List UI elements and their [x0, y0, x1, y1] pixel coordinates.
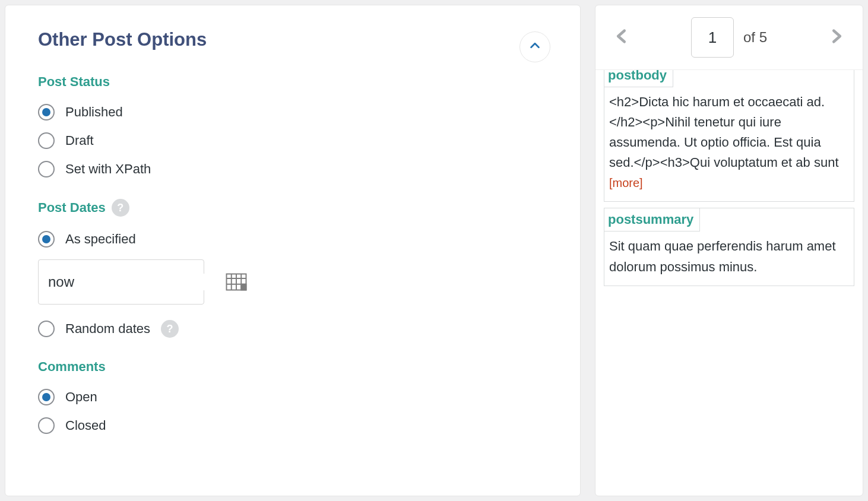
radio-label: Random dates [65, 321, 150, 337]
pager-center: of 5 [691, 17, 767, 58]
help-icon[interactable]: ? [112, 199, 129, 217]
preview-field-postsummary: postsummary Sit quam quae perferendis ha… [604, 208, 854, 286]
radio-label: Closed [65, 418, 106, 433]
comments-closed-radio[interactable]: Closed [38, 417, 547, 434]
pager-prev-button[interactable] [610, 26, 633, 49]
radio-label: Draft [65, 133, 94, 148]
field-text: Sit quam quae perferendis harum amet dol… [609, 239, 836, 274]
post-date-input-wrap [38, 259, 204, 305]
page-total-label: of 5 [743, 29, 767, 46]
post-status-published-radio[interactable]: Published [38, 104, 547, 121]
post-dates-random-radio[interactable]: Random dates ? [38, 320, 547, 338]
post-status-heading: Post Status [38, 74, 547, 90]
radio-icon [38, 132, 55, 149]
field-name-label: postsummary [604, 208, 700, 232]
field-name-label: postbody [604, 70, 673, 87]
comments-heading-text: Comments [38, 359, 106, 375]
radio-icon [38, 231, 55, 248]
preview-field-postbody: postbody <h2>Dicta hic harum et occaecat… [604, 70, 854, 202]
radio-icon [38, 389, 55, 405]
other-post-options-panel: Other Post Options Post Status Published… [5, 5, 581, 496]
svg-rect-6 [241, 284, 246, 290]
post-status-heading-text: Post Status [38, 74, 110, 90]
page-number-input[interactable] [691, 17, 734, 58]
radio-label: Set with XPath [65, 161, 151, 177]
post-dates-heading: Post Dates ? [38, 199, 547, 217]
preview-panel: of 5 postbody <h2>Dicta hic harum et occ… [595, 5, 863, 496]
chevron-right-icon [828, 24, 845, 51]
post-dates-heading-text: Post Dates [38, 200, 106, 215]
help-icon[interactable]: ? [161, 320, 179, 338]
radio-label: As specified [65, 232, 136, 247]
comments-heading: Comments [38, 359, 547, 375]
radio-label: Open [65, 389, 97, 405]
comments-open-radio[interactable]: Open [38, 389, 547, 405]
radio-icon [38, 417, 55, 434]
field-body: Sit quam quae perferendis harum amet dol… [604, 232, 854, 285]
post-status-xpath-radio[interactable]: Set with XPath [38, 161, 547, 177]
radio-icon [38, 104, 55, 121]
radio-label: Published [65, 104, 123, 120]
field-text: <h2>Dicta hic harum et occaecati ad.</h2… [609, 94, 839, 170]
more-link[interactable]: [more] [609, 176, 643, 189]
pager-next-button[interactable] [825, 26, 848, 49]
chevron-up-icon [528, 39, 541, 55]
radio-icon [38, 321, 55, 337]
post-date-input[interactable] [48, 274, 226, 290]
chevron-left-icon [613, 24, 630, 51]
collapse-panel-button[interactable] [519, 31, 550, 62]
panel-title: Other Post Options [38, 29, 547, 50]
field-body: <h2>Dicta hic harum et occaecati ad.</h2… [604, 87, 854, 201]
post-status-draft-radio[interactable]: Draft [38, 132, 547, 149]
preview-scroll[interactable]: postbody <h2>Dicta hic harum et occaecat… [595, 70, 863, 496]
pager: of 5 [595, 5, 863, 70]
radio-icon [38, 161, 55, 177]
post-dates-as-specified-radio[interactable]: As specified [38, 231, 547, 248]
calendar-icon[interactable] [226, 272, 247, 291]
